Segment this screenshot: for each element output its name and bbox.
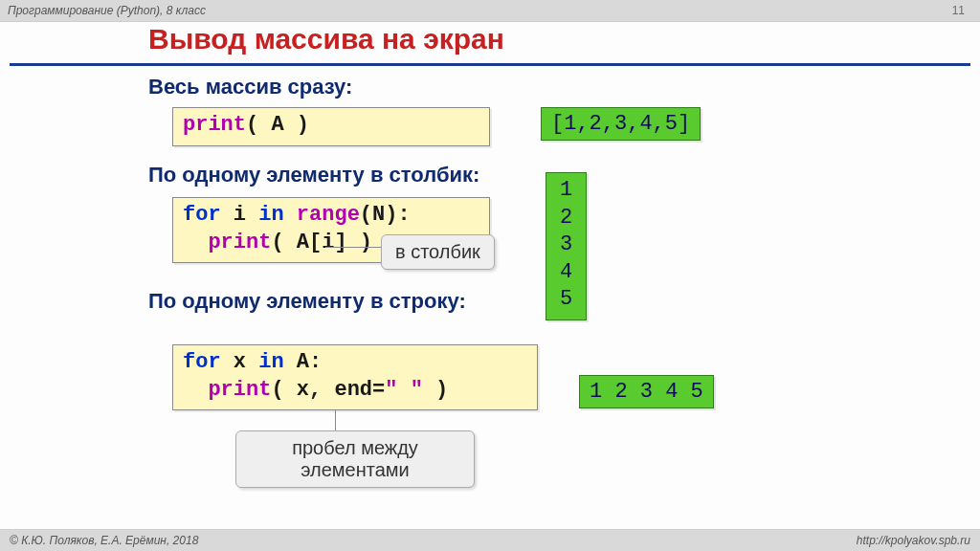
kw-for: for: [183, 203, 221, 227]
callout-column: в столбик: [381, 234, 495, 270]
code-print-a: print( A ): [172, 107, 490, 146]
code-text: (N):: [360, 203, 411, 227]
code-text: ): [423, 378, 448, 402]
bottom-bar: © К.Ю. Поляков, Е.А. Ерёмин, 2018 http:/…: [0, 529, 980, 551]
code-text: ( A ): [246, 113, 309, 137]
output-whole-array: [1,2,3,4,5]: [541, 107, 701, 141]
code-for-in-a: for x in A: print( x, end=" " ): [172, 344, 538, 410]
output-column: 1 2 3 4 5: [546, 172, 587, 320]
code-text: x: [221, 350, 259, 374]
code-indent: [183, 378, 208, 402]
subheading-row: По одному элементу в строку:: [148, 289, 466, 314]
output-row: 1 2 3 4 5: [579, 375, 714, 408]
callout-connector: [325, 247, 381, 248]
kw-print: print: [183, 113, 246, 137]
kw-range: range: [284, 203, 360, 227]
header-left: Программирование (Python), 8 класс: [8, 4, 206, 17]
footer-left: © К.Ю. Поляков, Е.А. Ерёмин, 2018: [10, 534, 198, 547]
code-text: A:: [284, 350, 323, 374]
code-text: ( x, end=: [271, 378, 385, 402]
title-rule: [10, 63, 970, 66]
callout-space: пробел между элементами: [235, 430, 475, 488]
kw-print: print: [208, 378, 271, 402]
top-bar: Программирование (Python), 8 класс 11: [0, 0, 980, 22]
callout-connector: [335, 410, 337, 431]
code-string: " ": [385, 378, 423, 402]
code-text: i: [221, 203, 259, 227]
slide: Программирование (Python), 8 класс 11 Вы…: [0, 0, 980, 551]
subheading-whole-array: Весь массив сразу:: [148, 75, 352, 99]
code-indent: [183, 231, 208, 254]
kw-in: in: [258, 203, 283, 227]
kw-in: in: [258, 350, 283, 374]
page-number: 11: [952, 4, 965, 17]
footer-right: http://kpolyakov.spb.ru: [857, 534, 970, 547]
subheading-column: По одному элементу в столбик:: [148, 163, 479, 187]
code-text: ( A[i] ): [271, 231, 372, 254]
kw-print: print: [208, 231, 271, 254]
kw-for: for: [183, 350, 221, 374]
slide-title: Вывод массива на экран: [148, 23, 504, 55]
